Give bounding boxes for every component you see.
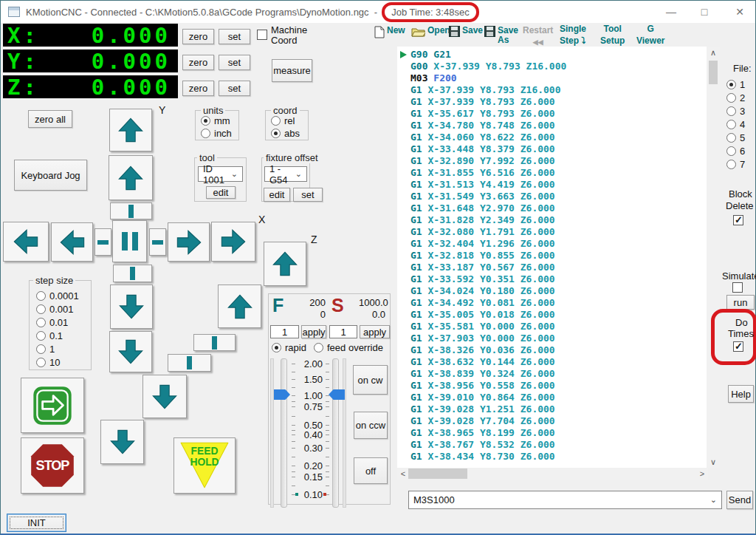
file-radio-2[interactable]: 2: [726, 92, 745, 103]
minimize-button[interactable]: —: [659, 1, 684, 22]
units-mm-radio-row[interactable]: mm: [201, 115, 230, 126]
jog-z-down-fast-button[interactable]: [100, 420, 144, 464]
block-delete-checkbox[interactable]: [733, 215, 743, 225]
jog-x-right-fast-button[interactable]: [211, 222, 255, 262]
mm-radio[interactable]: [201, 116, 210, 126]
open-button[interactable]: Open: [411, 26, 450, 37]
g-viewer-button[interactable]: G Viewer: [636, 24, 664, 46]
jog-pause-button[interactable]: [112, 220, 147, 262]
spindle-off-button[interactable]: off: [354, 457, 388, 484]
speed-slider-track[interactable]: [332, 358, 339, 508]
gcode-vertical-scrollbar[interactable]: ∧ ∨: [707, 47, 720, 468]
jog-x-left-button[interactable]: [51, 222, 93, 262]
rel-radio[interactable]: [271, 116, 281, 126]
radio-icon[interactable]: [36, 344, 46, 354]
mdi-command-combobox[interactable]: M3S1000 ⌄: [408, 491, 722, 509]
init-button[interactable]: INIT: [7, 514, 66, 532]
fixture-set-button[interactable]: set: [293, 188, 323, 202]
radio-icon[interactable]: [726, 106, 736, 116]
machine-coord-checkbox[interactable]: [257, 30, 267, 40]
keyboard-jog-button[interactable]: Keyboard Jog: [14, 160, 87, 191]
radio-icon[interactable]: [36, 331, 46, 341]
scroll-right-icon[interactable]: >: [696, 468, 708, 480]
radio-icon[interactable]: [726, 80, 736, 89]
measure-button[interactable]: measure: [272, 59, 312, 82]
jog-x-step-left-button[interactable]: [94, 228, 111, 256]
stop-button[interactable]: STOP: [21, 437, 84, 494]
step-size-radio-0.0001[interactable]: 0.0001: [36, 290, 79, 301]
save-as-button[interactable]: SaveAs: [484, 26, 518, 45]
feed-override-radio-row[interactable]: feed override: [314, 342, 383, 353]
jog-y-down-fast-button[interactable]: [109, 331, 152, 372]
zero-y-button[interactable]: zero: [182, 55, 214, 70]
jog-z-down-button[interactable]: [142, 375, 187, 418]
machine-coord-checkbox-row[interactable]: [257, 30, 267, 40]
radio-icon[interactable]: [726, 120, 736, 129]
file-radio-7[interactable]: 7: [726, 159, 745, 170]
step-size-radio-10[interactable]: 10: [36, 357, 60, 368]
coord-abs-radio-row[interactable]: abs: [271, 128, 300, 139]
jog-z-up-fast-button[interactable]: [264, 242, 306, 286]
run-button[interactable]: run: [726, 295, 755, 310]
units-inch-radio-row[interactable]: inch: [201, 128, 232, 139]
maximize-button[interactable]: □: [692, 1, 717, 22]
single-step-button[interactable]: Single Step ⤵: [560, 24, 586, 46]
feed-override-input[interactable]: 1: [270, 325, 299, 338]
file-radio-5[interactable]: 5: [726, 132, 745, 143]
set-x-button[interactable]: set: [219, 29, 250, 44]
step-size-radio-0.01[interactable]: 0.01: [36, 317, 68, 328]
speed-override-input[interactable]: 1: [329, 325, 357, 338]
file-radio-1[interactable]: 1: [726, 79, 745, 90]
set-y-button[interactable]: set: [219, 55, 250, 70]
tool-select[interactable]: ID 1001 ⌄: [198, 166, 243, 182]
scroll-left-icon[interactable]: <: [397, 468, 409, 480]
inch-radio[interactable]: [201, 129, 210, 138]
jog-z-step-up-button[interactable]: [193, 334, 236, 351]
jog-x-right-button[interactable]: [168, 222, 210, 262]
jog-y-up-fast-button[interactable]: [109, 109, 152, 151]
feed-slider-track[interactable]: [281, 358, 287, 508]
jog-z-up-button[interactable]: [218, 284, 261, 328]
jog-y-up-button[interactable]: [109, 155, 153, 200]
step-size-radio-1[interactable]: 1: [36, 344, 55, 355]
simulate-checkbox-row[interactable]: [732, 282, 743, 293]
file-radio-6[interactable]: 6: [726, 146, 745, 157]
new-button[interactable]: New: [374, 26, 405, 38]
jog-y-step-down-button[interactable]: [113, 265, 152, 282]
step-size-radio-0.001[interactable]: 0.001: [36, 304, 74, 315]
gcode-editor[interactable]: G90 G21G00 X-37.939 Y8.793 Z16.000M03 F2…: [397, 47, 708, 468]
gcode-horizontal-scrollbar[interactable]: < >: [397, 468, 708, 480]
feed-apply-button[interactable]: apply: [301, 325, 326, 338]
do-times-checkbox-row[interactable]: [733, 341, 743, 352]
radio-icon[interactable]: [726, 93, 736, 103]
feed-hold-button[interactable]: FEED HOLD: [173, 437, 236, 494]
jog-x-left-fast-button[interactable]: [3, 222, 49, 262]
spindle-on-ccw-button[interactable]: on ccw: [354, 412, 388, 439]
radio-icon[interactable]: [36, 304, 46, 314]
restart-button[interactable]: Restart ◀◀: [523, 26, 553, 47]
scroll-up-icon[interactable]: ∧: [707, 47, 719, 58]
rapid-radio-row[interactable]: rapid: [272, 342, 306, 353]
jog-x-step-right-button[interactable]: [149, 228, 166, 256]
file-radio-3[interactable]: 3: [726, 106, 745, 117]
radio-icon[interactable]: [726, 146, 736, 156]
block-delete-checkbox-row[interactable]: [733, 215, 743, 225]
radio-icon[interactable]: [36, 291, 46, 301]
coord-rel-radio-row[interactable]: rel: [271, 115, 295, 126]
fixture-offset-select[interactable]: 1 - G54 ⌄: [264, 166, 307, 182]
save-button[interactable]: Save: [449, 26, 483, 37]
radio-icon[interactable]: [36, 318, 46, 327]
simulate-checkbox[interactable]: [732, 282, 743, 293]
radio-icon[interactable]: [36, 358, 46, 367]
speed-apply-button[interactable]: apply: [360, 325, 390, 338]
feed-override-radio[interactable]: [314, 343, 323, 352]
zero-x-button[interactable]: zero: [182, 29, 214, 44]
cycle-start-button[interactable]: [21, 378, 84, 433]
radio-icon[interactable]: [726, 133, 736, 143]
zero-z-button[interactable]: zero: [182, 81, 214, 96]
step-size-radio-0.1[interactable]: 0.1: [36, 330, 63, 341]
set-z-button[interactable]: set: [219, 81, 250, 96]
rapid-radio[interactable]: [272, 343, 281, 352]
tool-edit-button[interactable]: edit: [206, 186, 236, 199]
spindle-on-cw-button[interactable]: on cw: [353, 365, 388, 395]
